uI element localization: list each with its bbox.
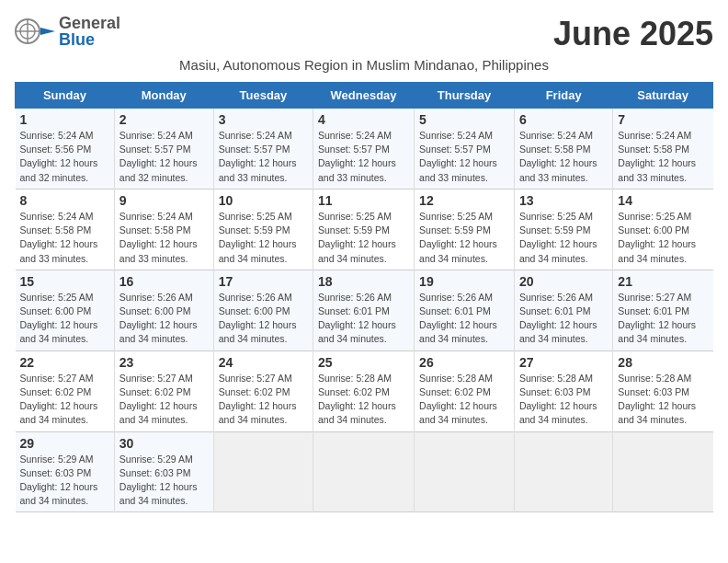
calendar-cell: 9Sunrise: 5:24 AM Sunset: 5:58 PM Daylig…: [114, 189, 213, 270]
calendar-cell: 29Sunrise: 5:29 AM Sunset: 6:03 PM Dayli…: [16, 431, 115, 512]
col-monday: Monday: [114, 83, 213, 109]
day-info: Sunrise: 5:24 AM Sunset: 5:57 PM Dayligh…: [219, 129, 308, 185]
day-info: Sunrise: 5:24 AM Sunset: 5:57 PM Dayligh…: [318, 129, 409, 185]
calendar-cell: 7Sunrise: 5:24 AM Sunset: 5:58 PM Daylig…: [613, 109, 713, 190]
day-info: Sunrise: 5:29 AM Sunset: 6:03 PM Dayligh…: [20, 453, 109, 509]
col-saturday: Saturday: [613, 83, 713, 109]
calendar-cell: 5Sunrise: 5:24 AM Sunset: 5:57 PM Daylig…: [415, 109, 515, 190]
day-number: 28: [618, 355, 708, 370]
day-number: 21: [618, 274, 708, 289]
day-number: 1: [20, 112, 109, 127]
day-info: Sunrise: 5:25 AM Sunset: 6:00 PM Dayligh…: [20, 291, 109, 347]
day-number: 29: [20, 436, 109, 451]
col-wednesday: Wednesday: [313, 83, 415, 109]
day-info: Sunrise: 5:26 AM Sunset: 6:00 PM Dayligh…: [119, 291, 209, 347]
day-number: 17: [219, 274, 308, 289]
calendar-cell: 17Sunrise: 5:26 AM Sunset: 6:00 PM Dayli…: [213, 270, 313, 350]
day-number: 6: [519, 112, 608, 127]
day-info: Sunrise: 5:27 AM Sunset: 6:01 PM Dayligh…: [618, 291, 708, 347]
calendar-cell: [213, 431, 313, 512]
day-number: 2: [119, 112, 209, 127]
day-info: Sunrise: 5:28 AM Sunset: 6:02 PM Dayligh…: [419, 372, 509, 428]
day-number: 18: [318, 274, 409, 289]
calendar-cell: 30Sunrise: 5:29 AM Sunset: 6:03 PM Dayli…: [114, 431, 213, 512]
calendar-table: Sunday Monday Tuesday Wednesday Thursday…: [15, 82, 713, 512]
calendar-cell: 11Sunrise: 5:25 AM Sunset: 5:59 PM Dayli…: [313, 189, 415, 270]
calendar-cell: 23Sunrise: 5:27 AM Sunset: 6:02 PM Dayli…: [114, 350, 213, 431]
col-tuesday: Tuesday: [213, 83, 313, 109]
calendar-cell: [514, 431, 612, 512]
month-title: June 2025: [553, 15, 713, 53]
day-number: 4: [318, 112, 409, 127]
calendar-cell: 19Sunrise: 5:26 AM Sunset: 6:01 PM Dayli…: [415, 270, 515, 350]
day-info: Sunrise: 5:24 AM Sunset: 5:57 PM Dayligh…: [419, 129, 509, 185]
day-info: Sunrise: 5:28 AM Sunset: 6:03 PM Dayligh…: [519, 372, 608, 428]
day-info: Sunrise: 5:24 AM Sunset: 5:57 PM Dayligh…: [119, 129, 209, 185]
calendar-cell: [415, 431, 515, 512]
day-number: 26: [419, 355, 509, 370]
calendar-cell: 6Sunrise: 5:24 AM Sunset: 5:58 PM Daylig…: [514, 109, 612, 190]
day-number: 5: [419, 112, 509, 127]
day-number: 22: [20, 355, 109, 370]
day-info: Sunrise: 5:29 AM Sunset: 6:03 PM Dayligh…: [119, 453, 209, 509]
calendar-week-row: 29Sunrise: 5:29 AM Sunset: 6:03 PM Dayli…: [16, 431, 713, 512]
calendar-header-row: Sunday Monday Tuesday Wednesday Thursday…: [16, 83, 713, 109]
calendar-cell: 1Sunrise: 5:24 AM Sunset: 5:56 PM Daylig…: [16, 109, 115, 190]
day-number: 20: [519, 274, 608, 289]
calendar-cell: 22Sunrise: 5:27 AM Sunset: 6:02 PM Dayli…: [16, 350, 115, 431]
calendar-cell: [313, 431, 415, 512]
calendar-cell: 12Sunrise: 5:25 AM Sunset: 5:59 PM Dayli…: [415, 189, 515, 270]
day-info: Sunrise: 5:25 AM Sunset: 5:59 PM Dayligh…: [219, 210, 308, 266]
day-number: 7: [618, 112, 708, 127]
calendar-week-row: 8Sunrise: 5:24 AM Sunset: 5:58 PM Daylig…: [16, 189, 713, 270]
calendar-cell: 15Sunrise: 5:25 AM Sunset: 6:00 PM Dayli…: [16, 270, 115, 350]
logo: General Blue: [15, 15, 120, 48]
day-info: Sunrise: 5:25 AM Sunset: 6:00 PM Dayligh…: [618, 210, 708, 266]
day-number: 13: [519, 193, 608, 208]
day-info: Sunrise: 5:24 AM Sunset: 5:58 PM Dayligh…: [20, 210, 109, 266]
day-info: Sunrise: 5:25 AM Sunset: 5:59 PM Dayligh…: [419, 210, 509, 266]
day-number: 15: [20, 274, 109, 289]
calendar-cell: 24Sunrise: 5:27 AM Sunset: 6:02 PM Dayli…: [213, 350, 313, 431]
calendar-cell: 28Sunrise: 5:28 AM Sunset: 6:03 PM Dayli…: [613, 350, 713, 431]
day-number: 25: [318, 355, 409, 370]
calendar-week-row: 22Sunrise: 5:27 AM Sunset: 6:02 PM Dayli…: [16, 350, 713, 431]
calendar-cell: [613, 431, 713, 512]
calendar-cell: 2Sunrise: 5:24 AM Sunset: 5:57 PM Daylig…: [114, 109, 213, 190]
calendar-week-row: 15Sunrise: 5:25 AM Sunset: 6:00 PM Dayli…: [16, 270, 713, 350]
day-info: Sunrise: 5:25 AM Sunset: 5:59 PM Dayligh…: [519, 210, 608, 266]
day-info: Sunrise: 5:24 AM Sunset: 5:58 PM Dayligh…: [618, 129, 708, 185]
svg-marker-4: [40, 28, 55, 35]
calendar-cell: 18Sunrise: 5:26 AM Sunset: 6:01 PM Dayli…: [313, 270, 415, 350]
calendar-cell: 16Sunrise: 5:26 AM Sunset: 6:00 PM Dayli…: [114, 270, 213, 350]
day-info: Sunrise: 5:24 AM Sunset: 5:58 PM Dayligh…: [519, 129, 608, 185]
page-subtitle: Masiu, Autonomous Region in Muslim Minda…: [15, 57, 713, 73]
day-info: Sunrise: 5:27 AM Sunset: 6:02 PM Dayligh…: [219, 372, 308, 428]
calendar-cell: 4Sunrise: 5:24 AM Sunset: 5:57 PM Daylig…: [313, 109, 415, 190]
col-thursday: Thursday: [415, 83, 515, 109]
day-info: Sunrise: 5:26 AM Sunset: 6:00 PM Dayligh…: [219, 291, 308, 347]
day-info: Sunrise: 5:24 AM Sunset: 5:58 PM Dayligh…: [119, 210, 209, 266]
calendar-cell: 26Sunrise: 5:28 AM Sunset: 6:02 PM Dayli…: [415, 350, 515, 431]
day-info: Sunrise: 5:26 AM Sunset: 6:01 PM Dayligh…: [419, 291, 509, 347]
day-number: 12: [419, 193, 509, 208]
page-header: General Blue June 2025: [15, 15, 713, 53]
calendar-cell: 14Sunrise: 5:25 AM Sunset: 6:00 PM Dayli…: [613, 189, 713, 270]
day-number: 24: [219, 355, 308, 370]
day-number: 14: [618, 193, 708, 208]
day-info: Sunrise: 5:26 AM Sunset: 6:01 PM Dayligh…: [519, 291, 608, 347]
calendar-week-row: 1Sunrise: 5:24 AM Sunset: 5:56 PM Daylig…: [16, 109, 713, 190]
day-number: 11: [318, 193, 409, 208]
day-number: 27: [519, 355, 608, 370]
day-number: 8: [20, 193, 109, 208]
day-number: 23: [119, 355, 209, 370]
calendar-cell: 8Sunrise: 5:24 AM Sunset: 5:58 PM Daylig…: [16, 189, 115, 270]
day-number: 10: [219, 193, 308, 208]
day-info: Sunrise: 5:24 AM Sunset: 5:56 PM Dayligh…: [20, 129, 109, 185]
logo-icon: [15, 15, 55, 48]
calendar-cell: 3Sunrise: 5:24 AM Sunset: 5:57 PM Daylig…: [213, 109, 313, 190]
day-number: 30: [119, 436, 209, 451]
day-number: 16: [119, 274, 209, 289]
day-number: 3: [219, 112, 308, 127]
logo-blue: Blue: [59, 31, 120, 48]
